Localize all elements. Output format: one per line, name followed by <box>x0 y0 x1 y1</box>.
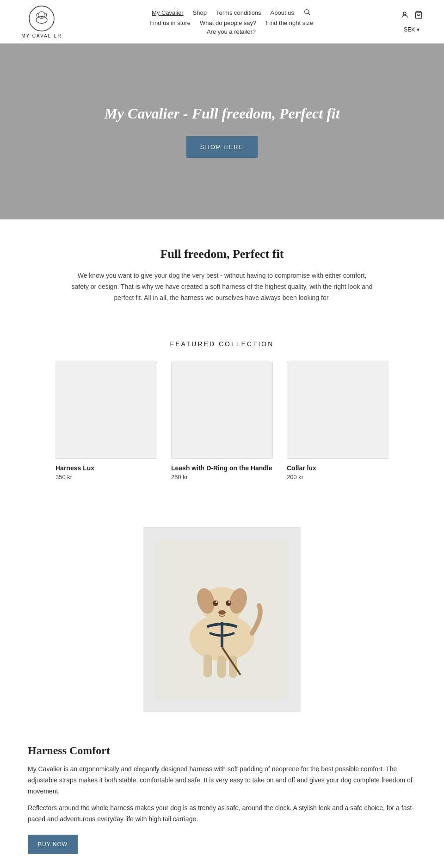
product-card-collar[interactable]: Collar lux 200 kr <box>287 362 388 481</box>
nav-about[interactable]: About us <box>271 9 294 16</box>
nav-row-2: Find us in store What do people say? Fin… <box>149 19 313 26</box>
logo-text: MY CAVALIER <box>21 33 62 38</box>
nav-icons-area: SEK ▾ <box>393 11 430 33</box>
buy-now-button[interactable]: BUY NOW <box>28 835 78 854</box>
nav-testimonials[interactable]: What do people say? <box>200 19 256 26</box>
svg-rect-19 <box>217 656 226 678</box>
nav-row-3: Are you a retailer? <box>207 28 256 35</box>
intro-body: We know you want to give your dog the ve… <box>69 270 375 303</box>
shop-here-button[interactable]: SHOP HERE <box>186 136 258 158</box>
product-name-harness-lux: Harness Lux <box>56 464 157 472</box>
harness-comfort-section: Harness Comfort My Cavalier is an ergono… <box>0 731 444 868</box>
product-image-collar <box>287 362 388 459</box>
hero-section: My Cavalier - Full freedom, Perfect fit … <box>0 44 444 219</box>
logo[interactable]: MY CAVALIER <box>14 5 69 38</box>
nav-menu: My Cavalier Shop Terms conditions About … <box>69 8 393 35</box>
svg-point-16 <box>228 601 230 603</box>
nav-row-1: My Cavalier Shop Terms conditions About … <box>152 8 311 18</box>
svg-point-15 <box>226 600 231 606</box>
harness-para1: My Cavalier is an ergonomically and eleg… <box>28 764 416 797</box>
svg-point-13 <box>213 600 218 606</box>
featured-title: FEATURED COLLECTION <box>23 340 421 348</box>
intro-heading: Full freedom, Perfect fit <box>69 247 375 261</box>
product-name-collar: Collar lux <box>287 464 388 472</box>
nav-my-cavalier[interactable]: My Cavalier <box>152 9 184 16</box>
svg-rect-18 <box>204 654 212 677</box>
product-price-harness-lux: 350 kr <box>56 474 157 481</box>
nav-find-store[interactable]: Find us in store <box>149 19 191 26</box>
product-image-harness-lux <box>56 362 157 459</box>
site-header: MY CAVALIER My Cavalier Shop Terms condi… <box>0 0 444 44</box>
harness-heading: Harness Comfort <box>28 744 416 757</box>
cart-icon[interactable] <box>414 11 423 21</box>
logo-icon <box>28 5 56 32</box>
product-price-collar: 200 kr <box>287 474 388 481</box>
dog-illustration <box>157 541 287 698</box>
nav-terms[interactable]: Terms conditions <box>216 9 261 16</box>
currency-selector[interactable]: SEK ▾ <box>404 26 419 33</box>
product-image-leash <box>171 362 273 459</box>
svg-line-5 <box>308 13 310 15</box>
nav-shop[interactable]: Shop <box>193 9 207 16</box>
intro-section: Full freedom, Perfect fit We know you wa… <box>0 219 444 331</box>
featured-section: FEATURED COLLECTION Harness Lux 350 kr L… <box>0 331 444 508</box>
product-grid: Harness Lux 350 kr Leash with D-Ring on … <box>23 362 421 481</box>
svg-point-17 <box>218 610 226 615</box>
harness-para2: Reflectors around the whole harness make… <box>28 803 416 825</box>
svg-point-3 <box>41 16 43 18</box>
search-icon[interactable] <box>303 8 311 18</box>
dog-image-section <box>0 508 444 731</box>
account-icon[interactable] <box>401 11 409 21</box>
hero-title: My Cavalier - Full freedom, Perfect fit <box>104 105 339 122</box>
svg-point-6 <box>403 12 406 15</box>
product-card-leash[interactable]: Leash with D-Ring on the Handle 250 kr <box>171 362 273 481</box>
product-name-leash: Leash with D-Ring on the Handle <box>171 464 273 472</box>
svg-point-4 <box>305 9 309 13</box>
product-price-leash: 250 kr <box>171 474 273 481</box>
svg-point-14 <box>216 601 217 603</box>
product-card-harness-lux[interactable]: Harness Lux 350 kr <box>56 362 157 481</box>
dog-image <box>143 527 301 712</box>
nav-size-guide[interactable]: Find the right size <box>265 19 313 26</box>
nav-retailer[interactable]: Are you a retailer? <box>207 28 256 35</box>
